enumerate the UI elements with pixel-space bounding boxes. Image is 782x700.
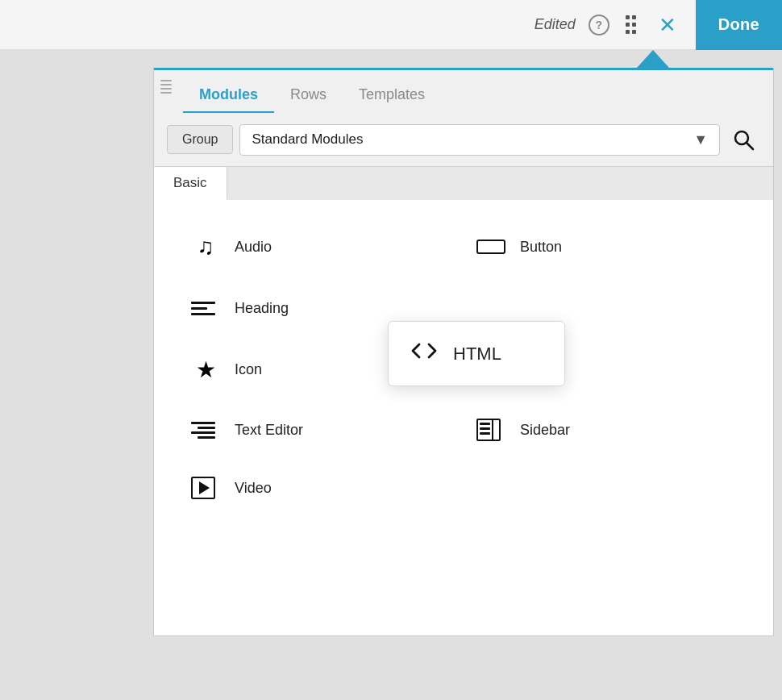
- top-bar-right: Edited ? ✕ Done: [535, 0, 782, 50]
- drag-handle[interactable]: [160, 80, 172, 94]
- heading-lines: [191, 302, 215, 315]
- drag-line: [160, 84, 172, 85]
- heading-label: Heading: [235, 300, 289, 317]
- sidebar-icon: [476, 419, 505, 441]
- section-tab-basic[interactable]: Basic: [154, 167, 227, 200]
- sidebar-label: Sidebar: [520, 422, 570, 439]
- tab-bar: Modules Rows Templates: [154, 70, 773, 113]
- tab-modules[interactable]: Modules: [183, 78, 274, 113]
- drag-line: [160, 88, 172, 90]
- drag-line: [160, 92, 172, 94]
- edited-status: Edited: [535, 16, 576, 33]
- button-icon: [476, 240, 505, 254]
- heading-icon: [191, 302, 220, 315]
- module-text-editor[interactable]: Text Editor: [178, 401, 464, 459]
- svg-line-1: [747, 143, 753, 149]
- icon-label: Icon: [235, 361, 262, 378]
- text-editor-label: Text Editor: [235, 422, 303, 439]
- menu-dot: [626, 30, 630, 34]
- html-icon-bg: </>: [476, 295, 505, 321]
- html-popup-label: HTML: [453, 344, 501, 365]
- menu-dot: [626, 15, 630, 19]
- modules-area: ♫ Audio Button: [154, 200, 773, 635]
- audio-label: Audio: [235, 239, 272, 256]
- menu-dot: [626, 23, 630, 27]
- module-video[interactable]: Video: [178, 459, 464, 517]
- filter-row: Group Standard Modules ▼: [154, 113, 773, 166]
- html-code-icon: [411, 340, 437, 368]
- top-bar: Edited ? ✕ Done: [0, 0, 782, 50]
- menu-dot: [632, 30, 636, 34]
- close-icon[interactable]: ✕: [652, 15, 683, 35]
- module-group-dropdown[interactable]: Standard Modules ▼: [239, 124, 720, 156]
- html-label-bg: HTML: [520, 300, 559, 317]
- audio-icon: ♫: [191, 234, 220, 260]
- video-icon: [191, 477, 220, 499]
- help-icon[interactable]: ?: [589, 15, 609, 35]
- module-button[interactable]: Button: [464, 216, 749, 277]
- group-button[interactable]: Group: [167, 125, 233, 154]
- done-button[interactable]: Done: [696, 0, 782, 50]
- tab-templates[interactable]: Templates: [343, 78, 441, 113]
- dropdown-value: Standard Modules: [252, 131, 363, 148]
- modules-panel: Modules Rows Templates Group Standard Mo…: [153, 68, 774, 636]
- star-icon: ★: [191, 356, 220, 383]
- drag-line: [160, 80, 172, 81]
- video-label: Video: [235, 480, 272, 497]
- search-button[interactable]: [726, 123, 760, 156]
- button-shape: [476, 240, 505, 254]
- html-popup[interactable]: HTML: [388, 321, 565, 386]
- menu-icon[interactable]: [622, 12, 639, 37]
- module-sidebar[interactable]: Sidebar: [464, 401, 749, 459]
- menu-dot: [632, 23, 636, 27]
- panel-pointer: [637, 50, 669, 68]
- dropdown-arrow-icon: ▼: [693, 131, 708, 148]
- button-label: Button: [520, 239, 562, 256]
- menu-dot: [632, 15, 636, 19]
- panel-wrapper: Modules Rows Templates Group Standard Mo…: [153, 50, 774, 636]
- text-editor-icon: [191, 422, 220, 439]
- section-tabs: Basic: [154, 166, 773, 200]
- module-audio[interactable]: ♫ Audio: [178, 216, 464, 277]
- tab-rows[interactable]: Rows: [274, 78, 343, 113]
